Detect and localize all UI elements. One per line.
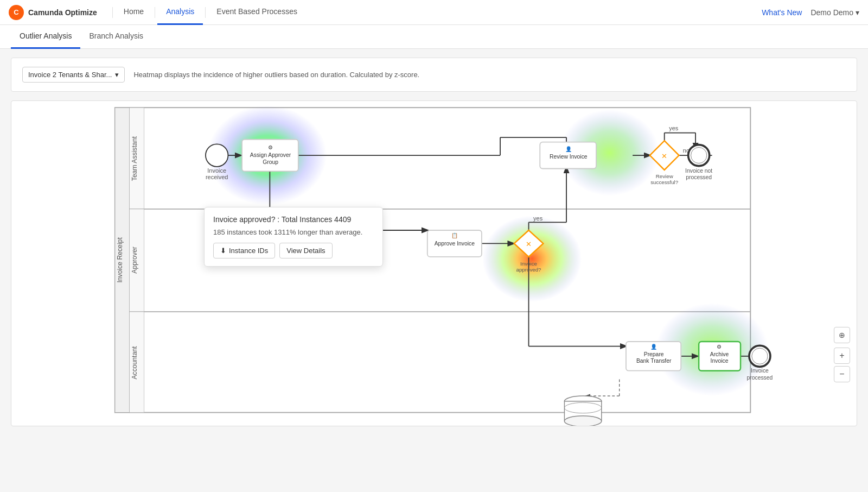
tab-outlier-analysis[interactable]: Outlier Analysis xyxy=(11,25,80,49)
top-nav: C Camunda Optimize Home Analysis Event B… xyxy=(0,0,868,25)
view-details-button[interactable]: View Details xyxy=(279,243,332,258)
svg-text:yes: yes xyxy=(669,125,679,131)
process-select[interactable]: Invoice 2 Tenants & Shar... ▾ xyxy=(22,67,125,83)
svg-text:Prepare: Prepare xyxy=(644,351,664,357)
chevron-down-icon: ▾ xyxy=(115,71,119,79)
svg-text:Invoice: Invoice xyxy=(520,261,537,267)
chevron-down-icon: ▾ xyxy=(856,8,859,17)
svg-point-41 xyxy=(206,144,228,166)
zoom-out-button[interactable]: − xyxy=(834,366,850,382)
user-menu[interactable]: Demo Demo ▾ xyxy=(810,8,859,17)
heatmap-description: Heatmap displays the incidence of higher… xyxy=(133,71,419,79)
nav-divider-2 xyxy=(155,7,155,18)
svg-text:✕: ✕ xyxy=(661,152,667,160)
svg-point-74 xyxy=(749,345,770,367)
zoom-controls: ⊕ + − xyxy=(834,327,850,382)
svg-text:yes: yes xyxy=(533,215,543,222)
svg-text:received: received xyxy=(206,174,228,180)
nav-right: What's New Demo Demo ▾ xyxy=(762,8,859,17)
svg-text:⚙: ⚙ xyxy=(268,144,273,150)
svg-text:Assign Approver: Assign Approver xyxy=(250,152,291,158)
svg-point-55 xyxy=(688,145,710,166)
svg-text:Invoice: Invoice xyxy=(207,167,226,174)
svg-text:Team Assistant: Team Assistant xyxy=(131,136,138,181)
center-diagram-button[interactable]: ⊕ xyxy=(834,327,850,343)
svg-text:Invoice: Invoice xyxy=(751,368,769,374)
tooltip-title: Invoice approved? : Total Instances 4409 xyxy=(213,215,374,224)
svg-text:⚙: ⚙ xyxy=(717,344,722,350)
tooltip-description: 185 instances took 1311% longer than ave… xyxy=(213,228,374,236)
svg-text:Approver: Approver xyxy=(131,247,138,273)
svg-text:Review Invoice: Review Invoice xyxy=(550,154,588,160)
diagram-container: Invoice Receipt Team Assistant Approver … xyxy=(11,100,857,426)
svg-text:Accountant: Accountant xyxy=(131,346,138,380)
svg-text:✕: ✕ xyxy=(526,240,532,248)
svg-text:👤: 👤 xyxy=(565,146,572,153)
instance-ids-button[interactable]: ⬇ Instance IDs xyxy=(213,243,275,258)
process-select-label: Invoice 2 Tenants & Shar... xyxy=(28,71,112,79)
svg-text:processed: processed xyxy=(747,375,773,381)
node-tooltip: Invoice approved? : Total Instances 4409… xyxy=(204,207,383,267)
brand-logo: C xyxy=(9,5,24,20)
diagram-inner: Invoice Receipt Team Assistant Approver … xyxy=(11,101,857,426)
svg-text:processed: processed xyxy=(686,174,712,180)
svg-text:successful?: successful? xyxy=(650,179,679,185)
svg-text:👤: 👤 xyxy=(650,343,658,350)
bpmn-diagram: Invoice Receipt Team Assistant Approver … xyxy=(11,101,857,426)
download-icon: ⬇ xyxy=(220,247,226,255)
svg-text:approved?: approved? xyxy=(516,267,541,273)
tab-branch-analysis[interactable]: Branch Analysis xyxy=(80,25,152,49)
svg-text:Invoice: Invoice xyxy=(711,358,729,364)
nav-divider-1 xyxy=(112,7,113,18)
tooltip-buttons: ⬇ Instance IDs View Details xyxy=(213,243,374,258)
svg-text:Group: Group xyxy=(263,159,278,165)
main-content: Invoice 2 Tenants & Shar... ▾ Heatmap di… xyxy=(0,49,868,435)
svg-text:Review: Review xyxy=(656,173,674,179)
svg-text:Invoice not: Invoice not xyxy=(685,168,712,174)
zoom-in-button[interactable]: + xyxy=(834,348,850,364)
tooltip-total: : Total Instances 4409 xyxy=(277,215,351,224)
svg-text:📋: 📋 xyxy=(451,232,458,239)
svg-text:Invoice Receipt: Invoice Receipt xyxy=(116,237,124,283)
nav-analysis[interactable]: Analysis xyxy=(157,0,203,25)
nav-event-based[interactable]: Event Based Processes xyxy=(208,0,306,25)
sub-nav: Outlier Analysis Branch Analysis xyxy=(0,25,868,49)
svg-text:Archive: Archive xyxy=(710,351,729,357)
nav-divider-3 xyxy=(205,7,206,18)
whats-new-link[interactable]: What's New xyxy=(762,8,802,17)
nav-home[interactable]: Home xyxy=(115,0,152,25)
brand: C Camunda Optimize xyxy=(9,5,97,20)
user-name: Demo Demo xyxy=(810,8,853,17)
toolbar-card: Invoice 2 Tenants & Shar... ▾ Heatmap di… xyxy=(11,58,857,92)
svg-point-80 xyxy=(564,416,601,426)
brand-name: Camunda Optimize xyxy=(28,8,97,17)
svg-text:Approve Invoice: Approve Invoice xyxy=(435,241,475,247)
svg-point-14 xyxy=(482,216,582,302)
svg-text:Bank Transfer: Bank Transfer xyxy=(636,358,672,364)
